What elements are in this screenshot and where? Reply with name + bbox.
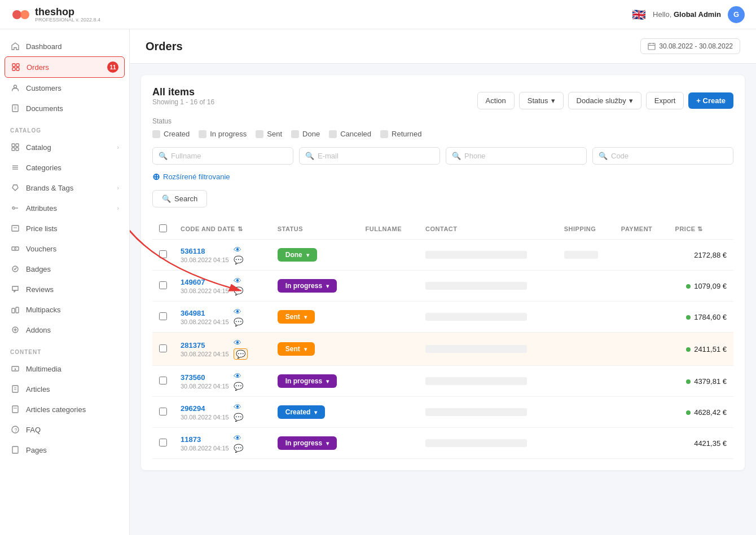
fullname-input[interactable] [171,152,287,160]
orders-badge: 11 [107,61,118,73]
create-button[interactable]: + Create [688,92,733,109]
order-link[interactable]: 11873 [181,435,229,444]
code-input[interactable] [611,152,727,160]
status-badge[interactable]: In progress ▾ [278,279,337,293]
search-button[interactable]: 🔍 Search [152,190,207,207]
sidebar-item-label: Addons [26,326,51,334]
advanced-filter[interactable]: ⊕ Rozšírené filtrovanie [152,171,733,182]
order-price-cell: 4379,81 € [669,366,733,397]
row-checkbox[interactable] [159,408,167,415]
sidebar-item-customers[interactable]: Customers [0,78,129,98]
message-icon[interactable]: 💬 [234,286,243,295]
status-badge[interactable]: Created ▾ [278,405,326,419]
view-icon[interactable]: 👁 [234,276,243,285]
sidebar-item-catalog[interactable]: Catalog › [0,137,129,157]
row-checkbox[interactable] [159,312,167,320]
view-icon[interactable]: 👁 [234,434,243,443]
language-flag[interactable]: 🇬🇧 [632,8,646,21]
view-icon[interactable]: 👁 [234,403,243,412]
view-icon[interactable]: 👁 [234,307,243,316]
status-pill-returned[interactable]: Returned [380,130,421,138]
svg-point-1 [20,10,29,19]
order-link[interactable]: 364981 [181,309,229,317]
status-pill-canceled[interactable]: Canceled [329,130,371,138]
row-checkbox[interactable] [159,439,167,446]
status-badge[interactable]: Sent ▾ [278,310,315,324]
date-range[interactable]: 30.08.2022 - 30.08.2022 [640,38,740,54]
order-payment-cell [614,271,669,302]
order-code-date-cell: 373560 30.08.2022 04:15 👁 💬 [174,366,271,397]
col-price[interactable]: PRICE ⇅ [669,219,733,240]
status-badge[interactable]: Done ▾ [278,248,317,262]
message-icon[interactable]: 💬 [234,317,243,326]
email-input[interactable] [318,152,434,160]
orders-card: All items Showing 1 - 16 of 16 Action St… [141,75,745,470]
message-icon[interactable]: 💬 [234,255,243,264]
col-code-date[interactable]: CODE AND DATE ⇅ [174,219,271,240]
action-button[interactable]: Action [477,92,515,109]
status-badge[interactable]: In progress ▾ [278,374,337,388]
row-checkbox[interactable] [159,281,167,289]
status-pill-sent[interactable]: Sent [256,130,282,138]
view-icon[interactable]: 👁 [234,245,243,254]
sidebar-item-label: Documents [26,104,63,113]
sidebar-item-categories[interactable]: Categories [0,157,129,178]
col-fullname: FULLNAME [359,219,419,240]
sidebar-item-price-lists[interactable]: Price lists [0,218,129,238]
sidebar-item-badges[interactable]: Badges [0,259,129,279]
dodacie-button[interactable]: Dodacie služby ▾ [568,92,641,109]
message-icon[interactable]: 💬 [234,348,248,360]
svg-rect-2 [12,64,15,67]
svg-rect-31 [12,386,18,392]
order-date: 30.08.2022 04:15 [181,445,229,452]
sidebar-item-label: Attributes [26,204,57,213]
sidebar-item-attributes[interactable]: Attributes › [0,198,129,218]
row-checkbox[interactable] [159,250,167,258]
svg-point-22 [15,248,16,250]
faq-icon: ? [10,425,20,435]
row-checkbox[interactable] [159,344,167,352]
message-icon[interactable]: 💬 [234,444,243,453]
sidebar-item-faq[interactable]: ? FAQ [0,419,129,440]
order-link[interactable]: 281375 [181,341,229,350]
svg-point-17 [12,207,15,209]
sidebar-item-multimedia[interactable]: Multimedia [0,359,129,379]
status-badge[interactable]: In progress ▾ [278,436,337,450]
order-status-cell: In progress ▾ [271,271,359,302]
view-icon[interactable]: 👁 [234,338,248,347]
status-pill-done[interactable]: Done [291,130,320,138]
sidebar-item-orders[interactable]: Orders 11 [5,56,125,78]
status-pill-in-progress[interactable]: In progress [199,130,247,138]
row-checkbox[interactable] [159,377,167,384]
status-pill-created[interactable]: Created [152,130,190,138]
status-badge[interactable]: Sent ▾ [278,342,315,356]
svg-rect-13 [16,148,19,151]
search-button-label: Search [174,194,197,203]
sidebar-item-dashboard[interactable]: Dashboard [0,36,129,56]
view-icon[interactable]: 👁 [234,372,243,381]
sidebar-item-addons[interactable]: Addons [0,320,129,340]
sidebar-item-multipacks[interactable]: Multipacks [0,299,129,320]
sidebar-item-brands-tags[interactable]: Brands & Tags › [0,178,129,198]
sidebar-item-documents[interactable]: Documents [0,98,129,118]
order-link[interactable]: 149607 [181,278,229,286]
message-icon[interactable]: 💬 [234,413,243,422]
reviews-icon [10,284,20,294]
order-link[interactable]: 536118 [181,247,229,255]
order-link[interactable]: 373560 [181,373,229,382]
status-button[interactable]: Status ▾ [519,92,564,109]
chevron-down-icon: ▾ [306,252,309,258]
sidebar-item-vouchers[interactable]: Vouchers [0,238,129,259]
message-icon[interactable]: 💬 [234,382,243,391]
export-button[interactable]: Export [646,92,684,109]
sidebar-item-pages[interactable]: Pages [0,440,129,460]
sidebar-item-articles[interactable]: Articles [0,379,129,399]
returned-dot [380,130,388,138]
phone-input[interactable] [464,152,581,160]
sidebar-item-reviews[interactable]: Reviews [0,279,129,299]
avatar[interactable]: G [728,6,745,23]
svg-rect-3 [16,64,19,67]
sidebar-item-articles-categories[interactable]: Articles categories [0,399,129,419]
order-link[interactable]: 296294 [181,404,229,413]
select-all-checkbox[interactable] [159,224,167,232]
